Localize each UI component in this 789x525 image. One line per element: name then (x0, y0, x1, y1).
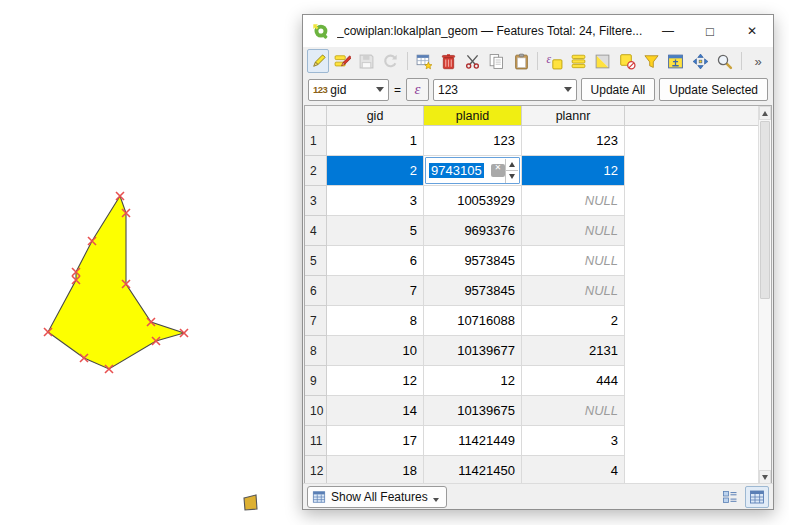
paste-button[interactable] (510, 49, 532, 73)
update-all-button[interactable]: Update All (581, 78, 656, 101)
table-row[interactable]: 22 9743105 12 (305, 156, 758, 186)
cut-button[interactable] (462, 49, 484, 73)
cell-plannr[interactable]: 3 (522, 426, 625, 456)
cell-gid[interactable]: 7 (327, 276, 424, 306)
small-feature-polygon[interactable] (244, 495, 257, 510)
cell-plannr[interactable]: NULL (522, 396, 625, 426)
spin-down-icon[interactable] (506, 171, 518, 183)
cell-planid[interactable]: 9573845 (424, 276, 522, 306)
selected-feature-polygon[interactable] (48, 196, 184, 369)
header-corner[interactable] (305, 106, 327, 126)
editor-selected-text[interactable]: 9743105 (429, 163, 484, 178)
row-number[interactable]: 11 (305, 426, 327, 456)
cell-planid[interactable]: 10716088 (424, 306, 522, 336)
column-header-plannr[interactable]: plannr (522, 106, 625, 126)
deselect-all-button[interactable] (616, 49, 638, 73)
spin-up-icon[interactable] (506, 159, 518, 171)
expression-builder-button[interactable]: ε (406, 78, 429, 101)
toolbar-overflow-button[interactable]: » (746, 49, 769, 73)
clear-icon[interactable] (491, 164, 506, 177)
cell-gid[interactable]: 14 (327, 396, 424, 426)
cell-plannr[interactable]: 2131 (522, 336, 625, 366)
cell-planid[interactable]: 10053929 (424, 186, 522, 216)
close-button[interactable]: ✕ (731, 15, 773, 47)
row-number[interactable]: 9 (305, 366, 327, 396)
field-selector-dropdown[interactable]: 123 gid (308, 79, 389, 101)
cell-plannr[interactable]: 2 (522, 306, 625, 336)
cell-plannr[interactable]: 444 (522, 366, 625, 396)
toggle-editing-button[interactable] (307, 49, 329, 73)
update-selected-button[interactable]: Update Selected (659, 78, 768, 101)
table-row[interactable]: 91212444 (305, 366, 758, 396)
table-row[interactable]: 101410139675NULL (305, 396, 758, 426)
scrollbar-thumb[interactable] (760, 121, 770, 299)
cell-plannr[interactable]: NULL (522, 246, 625, 276)
row-number[interactable]: 2 (305, 156, 327, 186)
delete-selected-button[interactable] (437, 49, 459, 73)
dock-table-button[interactable] (665, 49, 687, 73)
table-row[interactable]: 11123123 (305, 126, 758, 156)
table-view-button[interactable] (745, 486, 769, 508)
row-number[interactable]: 4 (305, 216, 327, 246)
cell-gid[interactable]: 10 (327, 336, 424, 366)
maximize-button[interactable]: □ (689, 15, 731, 47)
table-row[interactable]: 810101396772131 (305, 336, 758, 366)
feature-filter-mode-button[interactable]: Show All Features (307, 486, 447, 508)
zoom-to-selected-button[interactable] (713, 49, 735, 73)
cell-gid[interactable]: 18 (327, 456, 424, 484)
cell-planid[interactable]: 11421449 (424, 426, 522, 456)
cell-gid[interactable]: 8 (327, 306, 424, 336)
select-by-expression-button[interactable]: ε (543, 49, 565, 73)
cell-planid[interactable]: 11421450 (424, 456, 522, 484)
invert-selection-button[interactable] (592, 49, 614, 73)
cell-planid[interactable]: 10139677 (424, 336, 522, 366)
row-number[interactable]: 3 (305, 186, 327, 216)
column-header-gid[interactable]: gid (327, 106, 424, 126)
cell-gid[interactable]: 1 (327, 126, 424, 156)
table-row[interactable]: 679573845NULL (305, 276, 758, 306)
select-all-button[interactable] (568, 49, 590, 73)
row-number[interactable]: 8 (305, 336, 327, 366)
cell-gid[interactable]: 3 (327, 186, 424, 216)
table-row[interactable]: 1218114214504 (305, 456, 758, 484)
vertical-scrollbar[interactable] (758, 106, 771, 484)
pan-to-selected-button[interactable] (689, 49, 711, 73)
multi-edit-button[interactable] (331, 49, 353, 73)
table-row[interactable]: 3310053929NULL (305, 186, 758, 216)
cell-gid[interactable]: 5 (327, 216, 424, 246)
row-number[interactable]: 1 (305, 126, 327, 156)
cell-plannr[interactable]: 4 (522, 456, 625, 484)
cell-plannr[interactable]: 12 (522, 156, 625, 186)
scroll-down-icon[interactable] (759, 470, 771, 484)
cell-gid[interactable]: 17 (327, 426, 424, 456)
cell-plannr[interactable]: NULL (522, 276, 625, 306)
table-row[interactable]: 569573845NULL (305, 246, 758, 276)
row-number[interactable]: 6 (305, 276, 327, 306)
cell-planid[interactable]: 9693376 (424, 216, 522, 246)
cell-plannr[interactable]: NULL (522, 216, 625, 246)
table-row[interactable]: 459693376NULL (305, 216, 758, 246)
cell-gid[interactable]: 2 (327, 156, 424, 186)
filter-form-button[interactable] (640, 49, 662, 73)
cell-plannr[interactable]: NULL (522, 186, 625, 216)
table-row[interactable]: 1117114214493 (305, 426, 758, 456)
row-number[interactable]: 5 (305, 246, 327, 276)
copy-button[interactable] (486, 49, 508, 73)
cell-plannr[interactable]: 123 (522, 126, 625, 156)
cell-gid[interactable]: 12 (327, 366, 424, 396)
titlebar[interactable]: _cowiplan:lokalplan_geom — Features Tota… (303, 15, 773, 47)
scroll-up-icon[interactable] (759, 106, 771, 120)
row-number[interactable]: 10 (305, 396, 327, 426)
cell-planid[interactable]: 9573845 (424, 246, 522, 276)
form-view-button[interactable] (718, 486, 742, 508)
field-value-input[interactable]: 123 (433, 79, 577, 101)
minimize-button[interactable]: — (647, 15, 689, 47)
planid-cell-editor[interactable]: 9743105 (425, 157, 520, 184)
row-number[interactable]: 7 (305, 306, 327, 336)
add-feature-button[interactable] (413, 49, 435, 73)
cell-planid[interactable]: 123 (424, 126, 522, 156)
row-number[interactable]: 12 (305, 456, 327, 484)
table-row[interactable]: 78107160882 (305, 306, 758, 336)
column-header-planid[interactable]: planid (424, 106, 522, 126)
cell-planid[interactable]: 12 (424, 366, 522, 396)
